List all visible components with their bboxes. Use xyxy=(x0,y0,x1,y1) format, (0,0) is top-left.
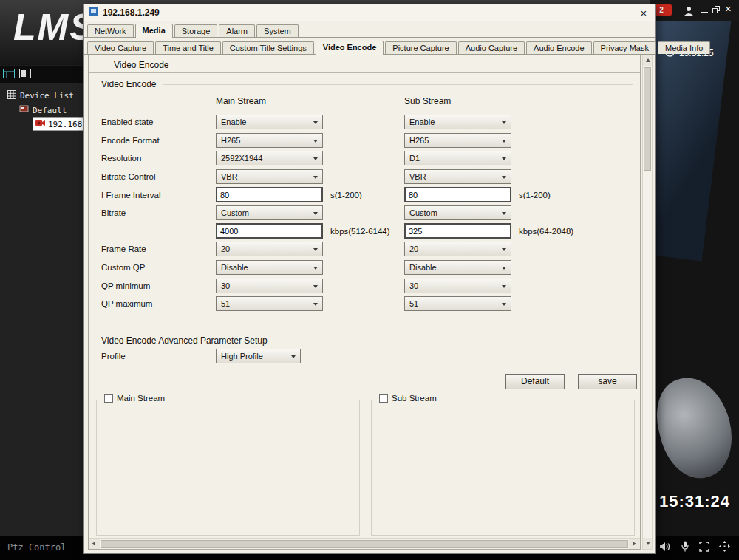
ptz-control-label[interactable]: Ptz Control xyxy=(7,542,66,553)
chevron-down-icon xyxy=(502,285,506,288)
vertical-scrollbar[interactable] xyxy=(642,55,653,550)
fullscreen-icon[interactable] xyxy=(699,542,709,555)
chevron-down-icon xyxy=(313,157,318,160)
save-button[interactable]: save xyxy=(578,374,637,389)
select-value: H265 xyxy=(405,136,429,145)
divider xyxy=(163,84,633,85)
select-value: 2592X1944 xyxy=(217,154,262,163)
video-timestamp-osd: 15:31:24 xyxy=(659,492,730,511)
select-value: Disable xyxy=(217,263,248,272)
select-value: Custom xyxy=(217,208,249,217)
restore-icon[interactable] xyxy=(712,6,721,14)
titlebar-right: 2 × xyxy=(650,0,739,21)
tab-media[interactable]: Media xyxy=(135,24,173,38)
main-stream-groupbox xyxy=(96,400,360,536)
tab-alarm[interactable]: Alarm xyxy=(219,24,255,37)
sub-stream-checkbox[interactable] xyxy=(379,394,388,403)
tab-audio-capture[interactable]: Audio Capture xyxy=(458,41,525,54)
custom-qp-sub-select[interactable]: Disable xyxy=(404,260,511,275)
advanced-section-title: Video Encode Advanced Parameter Setup xyxy=(101,335,268,346)
main-stream-group-legend: Main Stream xyxy=(101,394,168,403)
tab-time-and-title[interactable]: Time and Title xyxy=(155,41,221,54)
tab-storage[interactable]: Storage xyxy=(174,24,218,37)
frame-rate-sub-select[interactable]: 20 xyxy=(404,242,511,256)
default-button[interactable]: Default xyxy=(505,374,565,389)
frame-rate-label: Frame Rate xyxy=(89,245,216,253)
bitrate-sub-unit-label: kbps(64-2048) xyxy=(511,227,636,236)
main-tab-bar: NetWork Media Storage Alarm System xyxy=(84,21,655,38)
device-group-default[interactable]: Default xyxy=(19,105,67,115)
horizontal-scrollbar[interactable] xyxy=(89,538,640,549)
qp-minimum-sub-select[interactable]: 30 xyxy=(404,279,511,293)
iframe-interval-main-input[interactable] xyxy=(216,187,323,202)
bitrate-control-main-select[interactable]: VBR xyxy=(216,169,323,184)
resolution-main-select[interactable]: 2592X1944 xyxy=(216,151,323,165)
tab-picture-capture[interactable]: Picture Capture xyxy=(385,41,456,54)
dialog-titlebar: 192.168.1.249 × xyxy=(84,4,655,21)
microphone-icon[interactable] xyxy=(681,541,689,555)
bitrate-mode-sub-select[interactable]: Custom xyxy=(404,205,511,220)
enabled-state-main-select[interactable]: Enable xyxy=(216,115,323,129)
dialog-title: 192.168.1.249 xyxy=(103,7,160,18)
iframe-sub-unit-label: s(1-200) xyxy=(511,191,636,199)
bitrate-main-input[interactable] xyxy=(216,223,323,239)
sub-stream-group-legend: Sub Stream xyxy=(376,394,440,403)
device-item-label: 192.168. xyxy=(48,120,87,129)
tab-audio-encode[interactable]: Audio Encode xyxy=(526,41,592,54)
profile-select[interactable]: High Profile xyxy=(216,349,301,363)
vertical-scroll-thumb[interactable] xyxy=(644,67,651,171)
main-stream-checkbox[interactable] xyxy=(104,394,113,403)
tab-custom-title-settings[interactable]: Custom Title Settings xyxy=(222,41,314,54)
chevron-down-icon xyxy=(313,285,318,288)
scroll-left-icon[interactable] xyxy=(89,539,100,549)
qp-maximum-main-select[interactable]: 51 xyxy=(216,296,323,311)
window-panel-icon[interactable] xyxy=(19,68,31,81)
device-list-title: Device List xyxy=(20,91,74,100)
main-stream-group-label: Main Stream xyxy=(117,394,165,403)
minimize-icon[interactable] xyxy=(701,12,708,13)
speaker-icon[interactable] xyxy=(659,542,671,555)
enabled-state-sub-select[interactable]: Enable xyxy=(404,115,511,129)
device-settings-dialog: 192.168.1.249 × NetWork Media Storage Al… xyxy=(83,4,656,554)
grid-icon xyxy=(7,90,16,101)
dialog-close-icon[interactable]: × xyxy=(637,7,650,18)
encode-format-sub-select[interactable]: H265 xyxy=(404,133,511,148)
qp-minimum-main-select[interactable]: 30 xyxy=(216,279,323,293)
scroll-up-icon[interactable] xyxy=(643,55,652,66)
encode-format-main-select[interactable]: H265 xyxy=(216,133,323,148)
tab-media-info[interactable]: Media Info xyxy=(658,41,710,54)
tab-video-capture[interactable]: Video Capture xyxy=(87,41,154,54)
select-value: High Profile xyxy=(217,352,263,361)
device-list-header: Device List xyxy=(7,90,74,101)
custom-qp-label: Custom QP xyxy=(89,263,216,272)
iframe-main-unit-label: s(1-200) xyxy=(323,191,404,199)
tab-privacy-mask[interactable]: Privacy Mask xyxy=(593,41,656,54)
custom-qp-main-select[interactable]: Disable xyxy=(216,260,323,275)
window-close-icon[interactable]: × xyxy=(725,3,732,14)
column-header-main-stream: Main Stream xyxy=(216,96,266,106)
video-preview[interactable]: 15:31:25 15:31:24 xyxy=(650,21,739,536)
select-value: 30 xyxy=(405,281,418,290)
bitrate-control-sub-select[interactable]: VBR xyxy=(404,169,511,184)
select-value: 20 xyxy=(217,245,230,253)
user-icon[interactable] xyxy=(684,5,694,18)
scroll-down-icon[interactable] xyxy=(643,538,652,549)
tab-system[interactable]: System xyxy=(256,24,299,37)
camera-icon xyxy=(35,119,45,129)
divider xyxy=(89,72,640,73)
scroll-right-icon[interactable] xyxy=(629,539,640,549)
qp-maximum-sub-select[interactable]: 51 xyxy=(404,296,511,311)
bitrate-sub-input[interactable] xyxy=(404,223,511,239)
frame-rate-main-select[interactable]: 20 xyxy=(216,242,323,256)
pan-arrows-icon[interactable] xyxy=(719,541,730,555)
resolution-sub-select[interactable]: D1 xyxy=(404,151,511,165)
media-subtab-bar: Video Capture Time and Title Custom Titl… xyxy=(84,38,655,55)
bitrate-mode-main-select[interactable]: Custom xyxy=(216,205,323,220)
video-encode-panel: Video Encode Video Encode Main Stream Su… xyxy=(88,55,641,550)
panel-layout-icon[interactable] xyxy=(3,68,15,81)
horizontal-scroll-thumb[interactable] xyxy=(101,540,628,548)
iframe-interval-sub-input[interactable] xyxy=(404,187,511,202)
tab-video-encode[interactable]: Video Encode xyxy=(316,41,384,55)
tab-network[interactable]: NetWork xyxy=(87,24,134,37)
dvr-icon xyxy=(19,105,29,115)
